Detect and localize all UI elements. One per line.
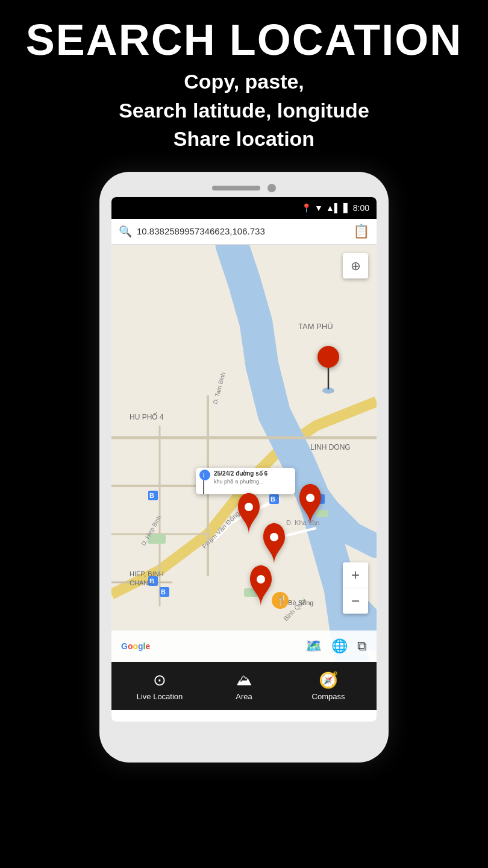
- page-title: SEARCH LOCATION: [12, 18, 476, 61]
- svg-text:i: i: [203, 473, 205, 479]
- svg-rect-9: [316, 510, 328, 517]
- svg-point-46: [306, 494, 314, 502]
- zoom-in-button[interactable]: +: [343, 562, 368, 588]
- compass-label: Compass: [312, 692, 345, 701]
- navigation-bar: ⊙ Live Location ⛰ Area 🧭 Compass: [111, 662, 377, 710]
- live-location-icon: ⊙: [153, 671, 166, 690]
- svg-text:CHANH: CHANH: [130, 579, 153, 587]
- nav-item-live-location[interactable]: ⊙ Live Location: [117, 671, 202, 701]
- coordinate-input[interactable]: 10.8382589957346623,106.733: [137, 226, 348, 236]
- location-target-button[interactable]: ⊕: [343, 253, 368, 278]
- signal-icon: ▲▌: [326, 203, 340, 213]
- nav-item-area[interactable]: ⛰ Area: [202, 671, 286, 701]
- battery-icon: ▋: [343, 203, 350, 213]
- page-subtitle: Copy, paste, Search latitude, longitude …: [12, 68, 476, 154]
- svg-text:TAM PHÚ: TAM PHÚ: [298, 322, 333, 331]
- time-display: 8:00: [353, 203, 369, 213]
- compass-icon: 🧭: [319, 671, 338, 690]
- svg-text:B: B: [271, 495, 275, 503]
- emoji-icon[interactable]: 🌐: [331, 638, 348, 654]
- svg-text:khu phố 6 phường...: khu phố 6 phường...: [214, 479, 264, 485]
- phone-camera: [267, 184, 276, 192]
- live-location-label: Live Location: [137, 692, 183, 701]
- google-logo: Google: [121, 641, 150, 651]
- clipboard-icon[interactable]: 📋: [353, 224, 369, 239]
- svg-point-44: [322, 388, 334, 394]
- search-icon: 🔍: [119, 225, 132, 238]
- svg-text:HU PHỐ 4: HU PHỐ 4: [130, 412, 164, 421]
- status-bar: 📍 ▼ ▲▌ ▋ 8:00: [111, 197, 377, 219]
- svg-text:Đ. Kha Van: Đ. Kha Van: [286, 519, 319, 526]
- map-toolbar-icons: 🗺️ 🌐 ⧉: [305, 638, 367, 654]
- crosshair-icon: ⊕: [351, 259, 361, 273]
- svg-text:HIEP, BINH: HIEP, BINH: [130, 570, 164, 577]
- svg-text:LINH DONG: LINH DONG: [310, 443, 351, 451]
- location-status-icon: 📍: [301, 203, 311, 213]
- svg-point-47: [270, 533, 278, 541]
- svg-text:B: B: [161, 588, 166, 596]
- svg-point-45: [245, 503, 253, 511]
- wifi-icon: ▼: [314, 203, 323, 213]
- nav-item-compass[interactable]: 🧭 Compass: [286, 671, 371, 701]
- svg-point-24: [199, 470, 210, 480]
- svg-point-42: [318, 346, 339, 368]
- map-bottom-toolbar: Google 🗺️ 🌐 ⧉: [111, 631, 377, 662]
- svg-text:🍴: 🍴: [276, 594, 288, 606]
- svg-point-48: [257, 575, 265, 583]
- phone-body: 📍 ▼ ▲▌ ▋ 8:00 🔍 10.8382589957346623,106.…: [99, 172, 389, 763]
- phone-top-bar: [111, 184, 377, 192]
- zoom-controls: + −: [343, 562, 368, 614]
- phone-speaker: [212, 186, 260, 190]
- map-area[interactable]: B B B B B B i 25/24/2 đường số 6: [111, 245, 377, 662]
- svg-text:25/24/2 đường số 6: 25/24/2 đường số 6: [214, 470, 268, 477]
- phone-screen: 📍 ▼ ▲▌ ▋ 8:00 🔍 10.8382589957346623,106.…: [111, 197, 377, 722]
- map-layers-icon[interactable]: 🗺️: [305, 638, 322, 654]
- area-icon: ⛰: [236, 671, 252, 690]
- status-icons: 📍 ▼ ▲▌ ▋ 8:00: [301, 203, 369, 213]
- copy-icon[interactable]: ⧉: [357, 638, 367, 654]
- phone-mockup: 📍 ▼ ▲▌ ▋ 8:00 🔍 10.8382589957346623,106.…: [0, 172, 488, 763]
- svg-text:B: B: [149, 492, 154, 499]
- search-bar[interactable]: 🔍 10.8382589957346623,106.733 📋: [111, 219, 377, 245]
- zoom-out-button[interactable]: −: [343, 588, 368, 614]
- header-section: SEARCH LOCATION Copy, paste, Search lati…: [0, 0, 488, 166]
- area-label: Area: [236, 692, 252, 701]
